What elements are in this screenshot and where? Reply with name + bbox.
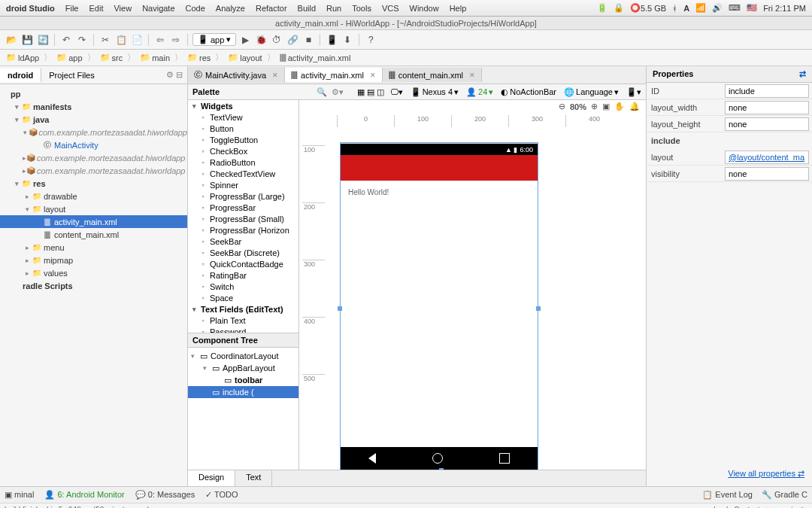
profile-icon[interactable]: ⏱ (270, 33, 283, 47)
palette-item[interactable]: ▫Switch (188, 281, 298, 292)
theme-select[interactable]: ◐NoActionBar (499, 87, 558, 97)
menu-vcs[interactable]: VCS (382, 4, 399, 13)
close-icon[interactable]: ✕ (272, 71, 278, 79)
view-options-icon[interactable]: ▦ ▤ ◫ (357, 87, 384, 97)
pan-icon[interactable]: ✋ (614, 102, 625, 111)
tree-item[interactable]: radle Scripts (0, 279, 187, 292)
bottom-eventlog[interactable]: 📋 Event Log (702, 490, 753, 500)
expand-icon[interactable]: ⇄ (799, 69, 806, 79)
tree-item[interactable]: ▾📁java (0, 113, 187, 126)
palette-item[interactable]: ▫Password (188, 326, 298, 333)
palette-item[interactable]: ▫SeekBar (Discrete) (188, 247, 298, 258)
menu-build[interactable]: Build (298, 4, 316, 13)
menu-window[interactable]: Window (410, 4, 439, 13)
palette-item[interactable]: ▫Spinner (188, 179, 298, 190)
palette-item[interactable]: ▫TextView (188, 111, 298, 123)
tree-item[interactable]: ▸📁drawable (0, 190, 187, 202)
paste-icon[interactable]: 📄 (130, 33, 144, 47)
palette-item[interactable]: ▫Button (188, 123, 298, 134)
menu-tools[interactable]: Tools (352, 4, 371, 13)
copy-icon[interactable]: 📋 (114, 33, 128, 47)
back-icon[interactable]: ⇦ (153, 33, 167, 47)
menu-help[interactable]: Help (450, 4, 467, 13)
tree-item[interactable]: ▸📦com.example.mortezasaadat.hiworldapp (… (0, 151, 187, 164)
menu-refactor[interactable]: Refactor (256, 4, 287, 13)
property-value[interactable]: include (725, 84, 809, 98)
palette-item[interactable]: ▫RatingBar (188, 269, 298, 281)
device-preview[interactable]: ▲ ▮ 6:00 Hello World! (340, 142, 538, 470)
menu-run[interactable]: Run (326, 4, 341, 13)
tree-item[interactable]: 🀫activity_main.xml (0, 215, 187, 228)
file-tab[interactable]: 🀫content_main.xml✕ (383, 68, 482, 82)
palette-item[interactable]: ▫CheckedTextView (188, 168, 298, 179)
crumb[interactable]: 📁res (184, 53, 214, 62)
crumb[interactable]: 📁ldApp (3, 53, 42, 62)
sdk-icon[interactable]: ⬇ (341, 33, 354, 47)
tab-design[interactable]: Design (188, 470, 235, 486)
palette-item[interactable]: ▫RadioButton (188, 157, 298, 168)
crumb[interactable]: 📁app (53, 53, 85, 62)
app-menu[interactable]: droid Studio (6, 4, 55, 13)
tree-item[interactable]: ▸📦com.example.mortezasaadat.hiworldapp (… (0, 164, 187, 177)
api-select[interactable]: 👤24▾ (465, 87, 495, 97)
stop-icon[interactable]: ■ (301, 33, 315, 47)
palette-list[interactable]: ▾Widgets▫TextView▫Button▫ToggleButton▫Ch… (188, 100, 298, 333)
close-icon[interactable]: ✕ (370, 71, 376, 79)
palette-item[interactable]: ▫ProgressBar (188, 202, 298, 213)
sync-icon[interactable]: 🔄 (36, 33, 50, 47)
tree-item[interactable]: ▸📁values (0, 266, 187, 279)
tree-item[interactable]: 🀫content_main.xml (0, 228, 187, 241)
palette-item[interactable]: ▫ProgressBar (Small) (188, 213, 298, 224)
tree-item[interactable]: ▾📁manifests (0, 100, 187, 113)
palette-item[interactable]: ▫QuickContactBadge (188, 258, 298, 269)
zoom-out-icon[interactable]: ⊖ (559, 102, 565, 111)
zoom-in-icon[interactable]: ⊕ (591, 102, 598, 111)
tree-item[interactable]: ▾📁layout (0, 202, 187, 215)
palette-item[interactable]: ▫ToggleButton (188, 134, 298, 145)
palette-item[interactable]: ▫CheckBox (188, 145, 298, 157)
notifications-icon[interactable]: 🔔 (629, 102, 640, 111)
design-surface[interactable]: ⊖ 80% ⊕ ▣ ✋ 🔔 0100200300400 100200300400… (299, 100, 646, 470)
palette-item[interactable]: ▫ProgressBar (Horizon (188, 224, 298, 236)
redo-icon[interactable]: ↷ (75, 33, 89, 47)
tree-item[interactable]: ▸📁mipmap (0, 254, 187, 266)
component-item[interactable]: ▭include ( (188, 386, 298, 398)
menu-navigate[interactable]: Navigate (142, 4, 174, 13)
attach-icon[interactable]: 🔗 (286, 33, 299, 47)
orientation-icon[interactable]: 📱▾ (625, 87, 643, 97)
bottom-terminal[interactable]: ▣ minal (5, 490, 34, 500)
tree-item[interactable]: ▾📁res (0, 177, 187, 190)
undo-icon[interactable]: ↶ (59, 33, 73, 47)
run-config[interactable]: 📱 app ▾ (192, 33, 236, 46)
property-value[interactable]: none (725, 167, 809, 181)
palette-item[interactable]: ▫SeekBar (188, 236, 298, 247)
file-tab[interactable]: ⓒMainActivity.java✕ (188, 67, 285, 83)
gear-icon[interactable]: ⚙ ⊟ (162, 70, 187, 80)
file-tab[interactable]: 🀫activity_main.xml✕ (285, 68, 383, 82)
bottom-todo[interactable]: ✓ TODO (205, 490, 238, 500)
run-icon[interactable]: ▶ (238, 33, 252, 47)
cut-icon[interactable]: ✂ (98, 33, 112, 47)
open-icon[interactable]: 📂 (5, 33, 18, 47)
help-icon[interactable]: ? (364, 33, 377, 47)
crumb[interactable]: 📁src (97, 53, 126, 62)
component-item[interactable]: ▾▭AppBarLayout (188, 362, 298, 374)
device-select[interactable]: 📱Nexus 4▾ (409, 87, 460, 97)
project-tab-files[interactable]: Project Files (41, 68, 102, 82)
close-icon[interactable]: ✕ (469, 71, 475, 79)
palette-item[interactable]: ▫ProgressBar (Large) (188, 190, 298, 202)
bottom-monitor[interactable]: 👤 6: Android Monitor (44, 490, 124, 500)
locale-select[interactable]: 🌐Language▾ (562, 87, 620, 97)
bottom-messages[interactable]: 💬 0: Messages (135, 490, 195, 500)
bottom-gradle[interactable]: 🔧 Gradle C (762, 490, 807, 500)
save-icon[interactable]: 💾 (20, 33, 34, 47)
property-value[interactable]: none (725, 117, 809, 131)
menu-view[interactable]: View (114, 4, 132, 13)
project-tab-android[interactable]: ndroid (0, 68, 41, 82)
tree-item[interactable]: ▸📁menu (0, 241, 187, 254)
property-value[interactable]: @layout/content_ma (725, 151, 809, 164)
design-surface-icon[interactable]: 🖵▾ (389, 87, 404, 97)
debug-icon[interactable]: 🐞 (254, 33, 268, 47)
tree-item[interactable]: ⓒMainActivity (0, 138, 187, 151)
forward-icon[interactable]: ⇨ (169, 33, 183, 47)
